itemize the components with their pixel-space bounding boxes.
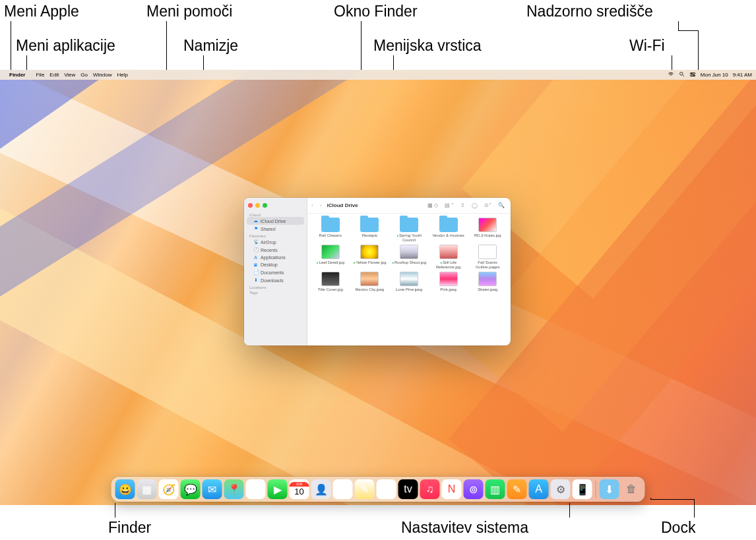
file-item[interactable]: Rail Chasers — [313, 218, 348, 242]
svg-point-0 — [679, 73, 683, 76]
file-item[interactable]: Rooftop Shoot.jpg — [391, 245, 427, 269]
file-item[interactable]: Skater.jpeg — [470, 272, 505, 292]
file-item[interactable]: Fall Scents Outline.pages — [470, 245, 505, 269]
dock-messages[interactable]: 💬 — [181, 479, 201, 499]
file-item[interactable]: Spring Youth Council — [391, 218, 427, 242]
file-label: Title Cover.jpg — [318, 287, 343, 292]
dock-contacts[interactable]: 👤 — [311, 479, 331, 499]
menu-help[interactable]: Help — [117, 72, 127, 78]
file-item[interactable]: Mexico City.jpeg — [352, 272, 388, 292]
dock-news[interactable]: N — [442, 479, 462, 499]
window-controls — [244, 200, 307, 212]
dock-tv[interactable]: tv — [398, 479, 418, 499]
menubar-time[interactable]: 9:41 AM — [733, 72, 752, 78]
sidebar-item-downloads[interactable]: ⬇Downloads — [247, 276, 304, 284]
share-icon[interactable]: ⇧ — [458, 202, 467, 208]
callout-menu-bar: Menijska vrstica — [373, 37, 482, 55]
menu-view[interactable]: View — [64, 72, 75, 78]
sidebar-item-label: iCloud Drive — [261, 219, 286, 224]
dock-appstore[interactable]: A — [529, 479, 549, 499]
dock-settings[interactable]: ⚙ — [551, 479, 571, 499]
dock-launchpad[interactable]: ▦ — [137, 479, 157, 499]
file-label: RD.2-Notes.jpg — [474, 233, 501, 238]
folder-icon — [321, 218, 340, 232]
file-item[interactable]: Leaf Detail.jpg — [313, 245, 348, 269]
menu-edit[interactable]: Edit — [49, 72, 59, 78]
dock-photos[interactable]: ✿ — [246, 479, 266, 499]
dock-facetime[interactable]: ▶ — [268, 479, 288, 499]
sidebar-item-icloud-drive[interactable]: ☁iCloud Drive — [247, 217, 304, 225]
sidebar-item-icon: 📄 — [253, 270, 258, 275]
image-icon — [360, 245, 379, 259]
dock-finder[interactable]: 😀 — [115, 479, 135, 499]
app-menu[interactable]: Finder — [9, 72, 25, 78]
spotlight-icon[interactable] — [679, 71, 685, 78]
dock-podcasts[interactable]: ⊚ — [464, 479, 484, 499]
sidebar-group-label: Tags — [244, 289, 307, 295]
control-center-icon[interactable] — [689, 71, 696, 79]
dock-calendar[interactable]: JUN10 — [290, 479, 309, 499]
callout-apple-menu: Meni Apple — [4, 3, 79, 20]
folder-icon — [400, 218, 418, 232]
file-item[interactable]: Title Cover.jpg — [313, 272, 348, 292]
finder-content: ‹ › iCloud Drive ▦ ◇ ▤ ˅ ⇧ ◯ ⊙˅ 🔍 Rail C… — [307, 198, 511, 345]
sidebar-item-label: Applications — [261, 255, 286, 260]
file-item[interactable]: Lone Pine.jpeg — [391, 272, 427, 292]
nav-back-forward[interactable]: ‹ › — [311, 202, 325, 208]
file-item[interactable]: Pink.jpeg — [431, 272, 466, 292]
sidebar-item-icon: ☁ — [253, 218, 258, 224]
minimize-button[interactable] — [255, 203, 260, 208]
callout-system-settings: Nastavitev sistema — [401, 519, 528, 537]
dock-dl[interactable]: ⬇ — [600, 479, 619, 499]
file-item[interactable]: Still Life Reference.jpg — [431, 245, 466, 269]
file-item[interactable]: Receipts — [352, 218, 388, 242]
dock-mail[interactable]: ✉ — [203, 479, 222, 499]
dock-numbers[interactable]: ▥ — [486, 479, 505, 499]
file-label: Pink.jpeg — [440, 287, 457, 292]
sidebar-item-label: AirDrop — [261, 240, 276, 245]
dock-reminders[interactable]: ☰ — [333, 479, 353, 499]
file-label: Skater.jpeg — [478, 287, 497, 292]
menu-go[interactable]: Go — [80, 72, 88, 78]
sidebar-item-airdrop[interactable]: 📡AirDrop — [247, 238, 304, 246]
menu-file[interactable]: File — [36, 72, 44, 78]
sidebar-group-label: Locations — [244, 284, 307, 289]
menu-window[interactable]: Window — [93, 72, 111, 78]
image-icon — [439, 272, 458, 286]
sidebar-item-documents[interactable]: 📄Documents — [247, 268, 304, 276]
finder-window[interactable]: iCloud☁iCloud Drive⚑SharedFavorites📡AirD… — [244, 198, 511, 345]
dock: 😀▦🧭💬✉📍✿▶JUN10👤☰✎✏tv♫N⊚▥✎A⚙📱⬇🗑 — [111, 477, 645, 502]
tags-icon[interactable]: ◯ — [470, 202, 480, 208]
file-item[interactable]: RD.2-Notes.jpg — [470, 218, 505, 242]
file-item[interactable]: Yellow Flower.jpg — [352, 245, 388, 269]
image-icon — [321, 245, 340, 259]
file-label: Rail Chasers — [319, 233, 342, 238]
dock-trash[interactable]: 🗑 — [621, 479, 641, 499]
view-options-icon[interactable]: ▦ ◇ — [425, 202, 440, 208]
dock-freeform[interactable]: ✏ — [377, 479, 396, 499]
sidebar-group-label: iCloud — [244, 212, 307, 217]
sidebar-item-shared[interactable]: ⚑Shared — [247, 225, 304, 233]
dock-safari[interactable]: 🧭 — [159, 479, 179, 499]
group-by-icon[interactable]: ▤ ˅ — [443, 202, 456, 208]
wifi-icon[interactable] — [668, 71, 674, 79]
sidebar-item-applications[interactable]: AApplications — [247, 254, 304, 261]
dock-pages[interactable]: ✎ — [507, 479, 527, 499]
search-icon[interactable]: 🔍 — [496, 202, 507, 208]
file-label: Still Life Reference.jpg — [431, 260, 466, 269]
finder-title: iCloud Drive — [327, 202, 358, 208]
dock-notes[interactable]: ✎ — [355, 479, 375, 499]
close-button[interactable] — [248, 203, 253, 208]
finder-sidebar: iCloud☁iCloud Drive⚑SharedFavorites📡AirD… — [244, 198, 307, 345]
zoom-button[interactable] — [263, 203, 267, 208]
sidebar-item-recents[interactable]: 🕘Recents — [247, 246, 304, 254]
actions-icon[interactable]: ⊙˅ — [482, 202, 493, 208]
dock-maps[interactable]: 📍 — [224, 479, 244, 499]
dock-iphone[interactable]: 📱 — [573, 479, 592, 499]
file-item[interactable]: Vendor & Invoices — [431, 218, 466, 242]
sidebar-item-desktop[interactable]: 🖥Desktop — [247, 261, 304, 268]
dock-music[interactable]: ♫ — [420, 479, 440, 499]
menubar-date[interactable]: Mon Jun 10 — [701, 72, 728, 78]
sidebar-item-icon: ⬇ — [253, 278, 258, 283]
callout-help-menu: Meni pomoči — [146, 3, 232, 20]
